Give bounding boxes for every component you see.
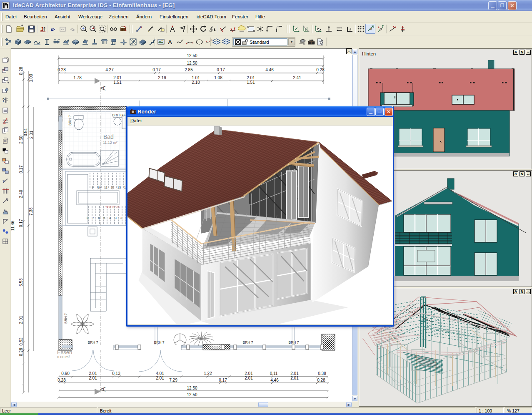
svg-text:0.28: 0.28 — [19, 67, 23, 75]
svg-text:2.01: 2.01 — [113, 75, 122, 80]
svg-text:8: 8 — [87, 216, 88, 220]
svg-text:2.41: 2.41 — [293, 75, 301, 80]
svg-text:BRH 7: BRH 7 — [87, 340, 98, 345]
svg-text:2.19: 2.19 — [158, 75, 166, 80]
svg-text:1.03: 1.03 — [29, 74, 33, 82]
svg-text:0.51: 0.51 — [23, 128, 28, 136]
svg-text:6: 6 — [98, 216, 100, 220]
svg-text:Essen: Essen — [57, 349, 72, 355]
svg-text:11.46: 11.46 — [11, 220, 15, 231]
svg-text:2.01: 2.01 — [247, 75, 255, 80]
svg-text:7.29: 7.29 — [169, 378, 177, 382]
svg-text:0,17: 0,17 — [219, 378, 227, 382]
svg-text:12.50: 12.50 — [187, 53, 197, 58]
svg-text:12.50: 12.50 — [187, 61, 197, 65]
svg-text:2.01: 2.01 — [19, 316, 23, 324]
svg-text:2.01: 2.01 — [89, 371, 97, 376]
svg-text:0.28: 0.28 — [19, 348, 23, 356]
svg-text:BRH 7: BRH 7 — [154, 340, 164, 345]
svg-text:2.40: 2.40 — [19, 190, 23, 198]
svg-text:0,11: 0,11 — [270, 371, 278, 376]
svg-text:2: 2 — [120, 216, 122, 220]
svg-text:2.01: 2.01 — [156, 376, 164, 380]
svg-text:7: 7 — [92, 216, 94, 220]
svg-text:1.08: 1.08 — [214, 75, 222, 80]
svg-text:0.28: 0.28 — [317, 378, 325, 382]
svg-text:2.01: 2.01 — [290, 371, 299, 376]
svg-text:BRH 7: BRH 7 — [64, 313, 68, 324]
svg-text:5.53: 5.53 — [19, 278, 23, 287]
svg-text:0.17: 0.17 — [217, 68, 225, 72]
svg-text:BRH 7: BRH 7 — [288, 340, 299, 345]
svg-text:TRST 17.5/25: TRST 17.5/25 — [105, 206, 120, 209]
svg-text:12.50: 12.50 — [187, 386, 197, 390]
svg-text:5: 5 — [103, 216, 105, 220]
svg-text:2.01: 2.01 — [89, 376, 97, 380]
svg-text:10: 10 — [97, 186, 101, 189]
svg-text:0.28: 0.28 — [57, 378, 66, 382]
svg-text:0.52: 0.52 — [19, 337, 23, 346]
svg-text:2.01: 2.01 — [245, 371, 253, 376]
svg-text:12: 12 — [111, 186, 114, 189]
svg-text:0.17: 0.17 — [19, 219, 23, 227]
svg-text:BRH 7: BRH 7 — [68, 115, 72, 126]
svg-text:2.85: 2.85 — [185, 68, 193, 72]
svg-text:4.46: 4.46 — [265, 68, 274, 72]
svg-text:A: A — [99, 387, 107, 392]
svg-text:12.50: 12.50 — [187, 392, 197, 397]
svg-text:0.00 m²: 0.00 m² — [57, 355, 70, 359]
svg-text:0.60: 0.60 — [61, 371, 70, 376]
svg-text:2.10: 2.10 — [192, 80, 200, 85]
svg-text:BRH 7: BRH 7 — [242, 340, 253, 345]
svg-text:4.01: 4.01 — [156, 371, 164, 376]
svg-text:0.38: 0.38 — [318, 371, 326, 376]
svg-text:0,13: 0,13 — [112, 371, 120, 376]
svg-text:11: 11 — [104, 186, 107, 189]
svg-text:2.01: 2.01 — [29, 131, 34, 139]
svg-text:A: A — [168, 38, 172, 45]
svg-text:?: ? — [2, 98, 5, 103]
svg-text:4: 4 — [109, 216, 111, 220]
svg-text:Bad: Bad — [103, 133, 114, 140]
svg-text:2.60: 2.60 — [19, 136, 23, 144]
svg-text:0.17: 0.17 — [152, 68, 161, 72]
svg-text:11.12 m²: 11.12 m² — [103, 141, 117, 145]
svg-text:4.27: 4.27 — [105, 68, 114, 72]
svg-text:2.01: 2.01 — [245, 376, 253, 380]
svg-text:1.22: 1.22 — [204, 371, 212, 376]
svg-text:13: 13 — [117, 186, 121, 189]
svg-text:BRH 60: BRH 60 — [112, 113, 125, 117]
svg-text:1.01: 1.01 — [192, 75, 200, 80]
svg-text:1.51: 1.51 — [247, 80, 255, 85]
svg-text:0.17: 0.17 — [19, 165, 23, 174]
svg-text:9: 9 — [92, 186, 93, 189]
svg-text:1.51: 1.51 — [113, 80, 122, 85]
svg-text:7.38: 7.38 — [29, 207, 33, 216]
svg-text:2.01: 2.01 — [290, 376, 299, 380]
svg-text:1.78: 1.78 — [73, 75, 82, 80]
svg-text:3: 3 — [115, 216, 116, 220]
svg-text:Hinten: Hinten — [362, 51, 376, 56]
svg-text:4.46: 4.46 — [270, 378, 279, 382]
